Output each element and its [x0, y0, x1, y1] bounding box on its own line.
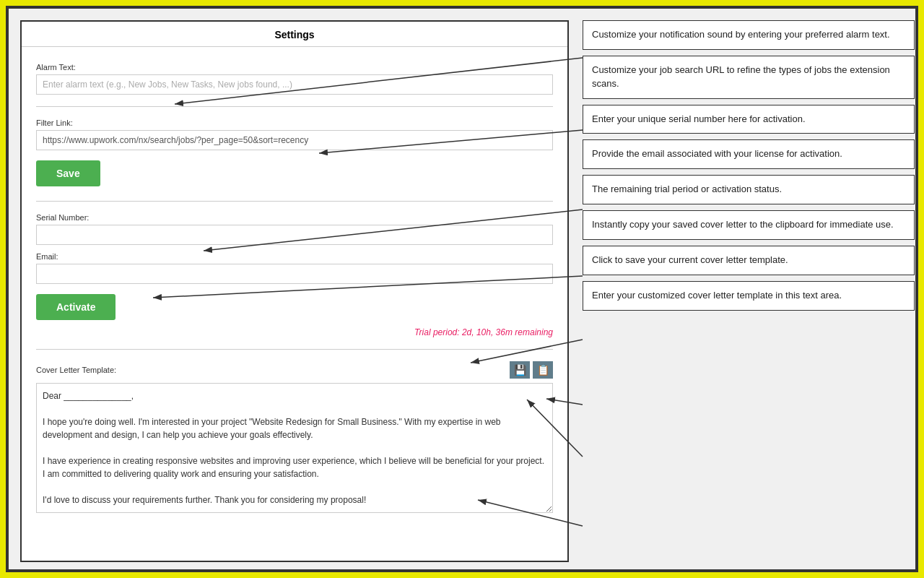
callout-alarm: Customize your notification sound by ent… — [583, 20, 915, 50]
trial-text: Trial period: 2d, 10h, 36m remaining — [36, 327, 553, 337]
copy-cover-letter-button[interactable]: 📋 — [533, 361, 553, 379]
copy-icon: 📋 — [537, 364, 549, 376]
callout-serial: Enter your unique serial number here for… — [583, 105, 915, 134]
email-label: Email: — [36, 252, 553, 261]
cover-letter-textarea[interactable]: Dear ______________, I hope you're doing… — [36, 383, 553, 513]
cover-letter-section: Cover Letter Template: 💾 📋 Dear ________… — [36, 361, 553, 515]
cover-letter-label: Cover Letter Template: — [36, 366, 116, 374]
alarm-text-label: Alarm Text: — [36, 63, 553, 72]
serial-number-label: Serial Number: — [36, 213, 553, 222]
serial-number-input[interactable] — [36, 225, 553, 245]
save-button[interactable]: Save — [36, 160, 100, 186]
save-cover-letter-button[interactable]: 💾 — [510, 361, 530, 379]
callout-trial: The remaining trial period or activation… — [583, 175, 915, 204]
filter-link-label: Filter Link: — [36, 118, 553, 127]
settings-panel: Settings Alarm Text: Filter Link: Save S… — [20, 20, 569, 562]
activate-button[interactable]: Activate — [36, 294, 116, 320]
callout-copy: Instantly copy your saved cover letter t… — [583, 210, 915, 240]
save-icon: 💾 — [514, 364, 526, 376]
annotations-panel: Customize your notification sound by ent… — [583, 20, 915, 316]
callout-save: Click to save your current cover letter … — [583, 246, 915, 275]
callout-textarea: Enter your customized cover letter templ… — [583, 281, 915, 311]
callout-email: Provide the email associated with your l… — [583, 139, 915, 169]
callout-filter: Customize your job search URL to refine … — [583, 56, 915, 99]
alarm-text-input[interactable] — [36, 74, 553, 95]
filter-link-input[interactable] — [36, 130, 553, 150]
settings-title: Settings — [22, 22, 567, 47]
email-input[interactable] — [36, 264, 553, 284]
